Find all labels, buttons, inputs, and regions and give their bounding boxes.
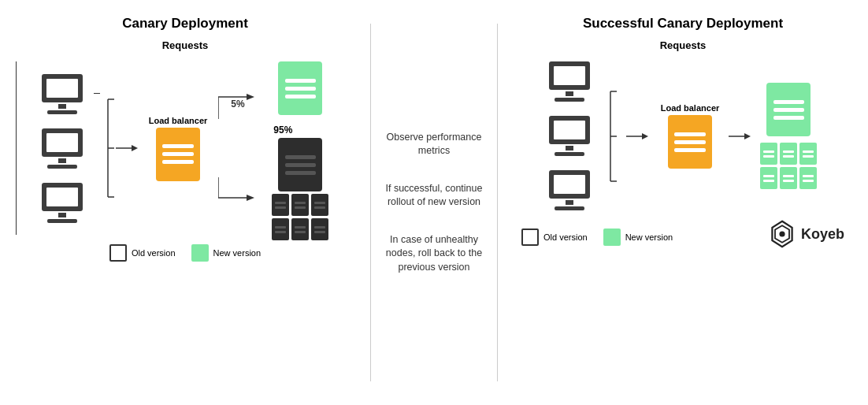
lb-label-right: Load balancer [661,103,720,113]
right-panel: Successful Canary Deployment Requests [498,8,868,397]
right-server-col [760,83,817,189]
screen-1 [42,74,83,102]
right-legend: Old version New version [521,229,673,246]
computer-r1 [549,61,590,102]
sg-3 [311,194,328,216]
arrow-to-servers-right [729,131,751,142]
percent-top: 5% [231,98,244,110]
screen-r2 [549,116,590,144]
koyeb-label: Koyeb [801,226,844,243]
legend-new-label-left: New version [213,248,262,258]
rg-line-2 [773,108,804,112]
lb-r-line-3 [674,148,705,152]
cs-line-3 [285,95,316,98]
lb-server-icon-left [156,128,200,181]
load-balancer-right: Load balancer [661,103,720,169]
stand-2 [58,158,66,163]
rsg-4 [760,167,777,189]
lb-line-1 [162,144,193,148]
stand-1 [58,104,66,109]
screen-r3 [549,170,590,199]
sg-2 [291,194,309,216]
legend-old-right: Old version [521,229,588,246]
legend-new-left: New version [191,244,262,262]
left-bracket-svg [100,93,116,203]
lb-r-line-2 [674,140,705,144]
computer-r3 [549,170,590,210]
computer-3 [42,183,83,223]
split-section: 5% [218,89,261,207]
stand-r2 [566,146,573,150]
rsg-5 [780,167,797,189]
base-3 [47,219,77,223]
svg-marker-11 [247,195,254,201]
legend-old-box-right [521,229,539,246]
right-bracket-group [603,85,648,188]
canary-server [278,61,322,115]
dark-server-group: 95% [272,124,328,240]
svg-marker-8 [247,94,254,100]
top-branch: 5% [218,89,261,121]
bottom-branch [218,176,258,207]
koyeb-logo: Koyeb [768,220,844,248]
base-r2 [555,152,584,156]
rsg-1 [760,143,777,165]
lb-r-line-1 [674,132,705,136]
left-bracket [94,93,100,203]
left-diagram: Load balancer [16,61,354,235]
arrow-to-lb-right [626,131,648,142]
lb-server-icon-right [668,115,712,169]
legend-new-box-right [603,229,621,246]
right-server-section: 95% [272,61,328,235]
svg-marker-17 [642,133,648,139]
percent-bottom: 95% [273,124,292,136]
computer-1 [42,74,83,114]
stand-r3 [566,200,573,205]
main-server [278,138,322,191]
svg-marker-5 [132,145,138,151]
ms-line-3 [285,171,316,175]
rg-line-1 [773,100,804,104]
base-r3 [555,206,584,210]
sg-5 [291,218,309,240]
computer-r2 [549,116,590,156]
legend-old-box-left [109,244,127,262]
middle-item-0: Observe performance metrics [379,131,489,158]
middle-panel: Observe performance metrics If successfu… [371,8,497,397]
svg-point-22 [779,231,785,236]
left-requests-label: Requests [162,39,209,51]
legend-old-label-right: Old version [543,232,588,242]
computer-2 [42,128,83,169]
ms-line-1 [285,155,316,159]
stand-3 [58,213,66,217]
middle-item-2: In case of unhealthy nodes, roll back to… [379,233,489,275]
legend-new-right: New version [603,229,673,246]
legend-new-label-right: New version [625,232,673,242]
left-panel: Canary Deployment Requests [0,8,370,397]
rsg-3 [799,143,817,165]
legend-old-left: Old version [109,244,176,262]
base-r1 [555,98,584,102]
lb-label-left: Load balancer [149,116,208,125]
stand-r1 [566,91,573,96]
middle-item-1: If successful, continue rollout of new v… [379,182,489,210]
rsg-2 [780,143,797,165]
left-computers [42,74,83,223]
right-bracket-svg [603,85,626,188]
legend-new-box-left [191,244,209,262]
right-computers [549,61,590,210]
dark-server-grid [272,194,328,240]
bottom-arrow-svg [218,176,258,207]
left-bracket-group [94,93,138,203]
right-green-grid [760,143,817,189]
left-legend: Old version New version [109,244,261,262]
rg-line-3 [773,116,804,120]
sg-1 [272,194,289,216]
cs-line-2 [285,87,316,91]
koyeb-icon [768,220,796,248]
right-requests-label: Requests [660,39,707,51]
ms-line-2 [285,163,316,167]
sg-4 [272,218,289,240]
left-title: Canary Deployment [122,16,248,32]
right-main-green [766,83,811,136]
